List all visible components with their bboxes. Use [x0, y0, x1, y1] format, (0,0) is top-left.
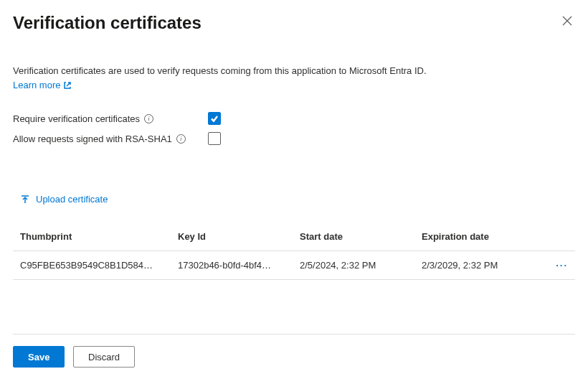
- allow-rsa-checkbox[interactable]: [208, 132, 221, 145]
- row-more-button[interactable]: ···: [556, 260, 568, 271]
- cell-thumbprint: C95FBE653B9549C8B1D584…: [20, 260, 178, 271]
- col-header-start: Start date: [300, 231, 422, 242]
- require-cert-checkbox[interactable]: [208, 112, 221, 125]
- col-header-keyid: Key Id: [178, 231, 300, 242]
- cell-expiration-date: 2/3/2029, 2:32 PM: [422, 260, 546, 271]
- discard-button[interactable]: Discard: [73, 346, 135, 368]
- allow-rsa-label: Allow requests signed with RSA-SHA1: [13, 134, 172, 144]
- upload-label: Upload certificate: [36, 194, 108, 205]
- page-title: Verification certificates: [13, 13, 201, 33]
- col-header-expiration: Expiration date: [422, 231, 546, 242]
- learn-more-label: Learn more: [13, 79, 60, 92]
- cell-start-date: 2/5/2024, 2:32 PM: [300, 260, 422, 271]
- upload-icon: [20, 195, 30, 205]
- cell-keyid: 17302b46-b0fd-4bf4…: [178, 260, 300, 271]
- description-text: Verification certificates are used to ve…: [13, 65, 575, 78]
- info-icon[interactable]: i: [144, 114, 153, 123]
- learn-more-link[interactable]: Learn more: [13, 79, 72, 92]
- close-icon: [562, 16, 572, 26]
- table-header: Thumbprint Key Id Start date Expiration …: [13, 223, 575, 251]
- table-row: C95FBE653B9549C8B1D584… 17302b46-b0fd-4b…: [13, 251, 575, 280]
- col-header-thumbprint: Thumbprint: [20, 231, 178, 242]
- external-link-icon: [63, 81, 72, 90]
- require-cert-label: Require verification certificates: [13, 113, 140, 124]
- checkmark-icon: [210, 114, 219, 123]
- certificates-table: Thumbprint Key Id Start date Expiration …: [13, 223, 575, 280]
- upload-certificate-button[interactable]: Upload certificate: [20, 194, 108, 205]
- footer-divider: [13, 334, 575, 334]
- close-button[interactable]: [559, 13, 575, 30]
- info-icon[interactable]: i: [176, 134, 186, 144]
- save-button[interactable]: Save: [13, 346, 65, 368]
